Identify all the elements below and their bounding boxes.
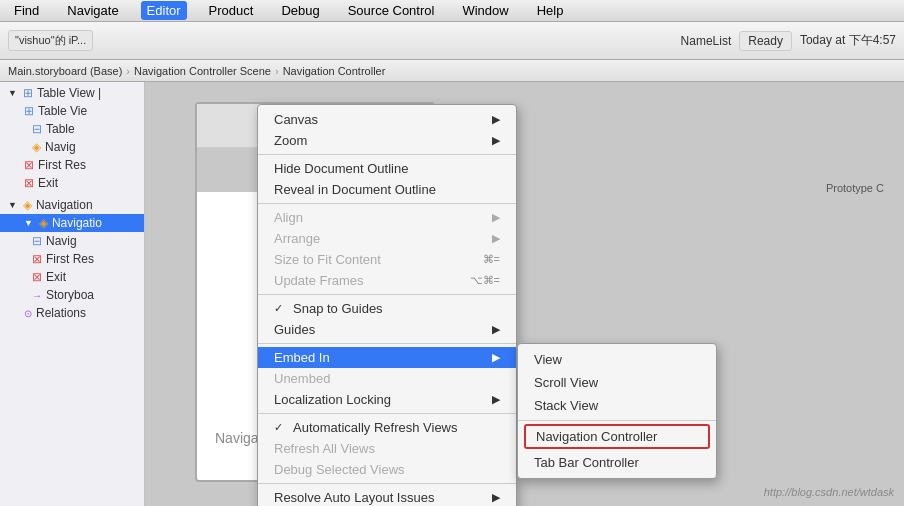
breadcrumb-sep-1: › <box>126 65 130 77</box>
prototype-label: Prototype C <box>826 182 884 194</box>
toolbar-center: NameList Ready Today at 下午4:57 <box>681 31 896 51</box>
menu-editor[interactable]: Editor <box>141 1 187 20</box>
expand-arrow: ▼ <box>8 88 17 98</box>
sidebar-label-table: Table <box>46 122 75 136</box>
menu-item-embed-in[interactable]: Embed In ▶ View Scroll View Stack View <box>258 347 516 368</box>
check-auto-refresh: ✓ <box>274 421 283 434</box>
sidebar-label-navig-child: Navig <box>46 234 77 248</box>
menu-product[interactable]: Product <box>203 1 260 20</box>
sidebar-item-tableviewc[interactable]: ⊞ Table Vie <box>0 102 144 120</box>
table-icon: ⊞ <box>23 86 33 100</box>
menu-bar: Find Navigate Editor Product Debug Sourc… <box>0 0 904 22</box>
submenu-item-view[interactable]: View <box>518 348 716 371</box>
submenu-arrow-zoom: ▶ <box>492 134 500 147</box>
shortcut-update: ⌥⌘= <box>470 274 500 287</box>
menu-label-debug-selected: Debug Selected Views <box>274 462 405 477</box>
menu-debug[interactable]: Debug <box>275 1 325 20</box>
menu-item-resolve-layout[interactable]: Resolve Auto Layout Issues ▶ <box>258 487 516 506</box>
toolbar-left: "vishuo"的 iP... <box>8 30 673 51</box>
toolbar: "vishuo"的 iP... NameList Ready Today at … <box>0 22 904 60</box>
menu-divider-3 <box>258 294 516 295</box>
project-breadcrumb[interactable]: "vishuo"的 iP... <box>8 30 93 51</box>
breadcrumb-path: Main.storyboard (Base) › Navigation Cont… <box>0 60 904 82</box>
submenu-item-tabbar[interactable]: Tab Bar Controller <box>518 451 716 474</box>
story-icon-1: → <box>32 290 42 301</box>
menu-item-debug-selected: Debug Selected Views <box>258 459 516 480</box>
menu-label-auto-refresh: Automatically Refresh Views <box>293 420 458 435</box>
submenu-arrow-resolve: ▶ <box>492 491 500 504</box>
sidebar-item-navcontroller[interactable]: ▼ ◈ Navigation <box>0 196 144 214</box>
sidebar-item-navig-child[interactable]: ⊟ Navig <box>0 232 144 250</box>
editor-menu[interactable]: Canvas ▶ Zoom ▶ Hide Document Outline Re… <box>257 104 517 506</box>
menu-label-snap: Snap to Guides <box>293 301 383 316</box>
submenu-label-stack: Stack View <box>534 398 598 413</box>
exit-icon-3: ⊠ <box>32 252 42 266</box>
submenu-arrow-guides: ▶ <box>492 323 500 336</box>
sidebar-item-table[interactable]: ⊟ Table <box>0 120 144 138</box>
menu-item-guides[interactable]: Guides ▶ <box>258 319 516 340</box>
sidebar-item-exit2[interactable]: ⊠ Exit <box>0 268 144 286</box>
dropdown-overlay: Canvas ▶ Zoom ▶ Hide Document Outline Re… <box>145 142 904 506</box>
menu-item-zoom[interactable]: Zoom ▶ <box>258 130 516 151</box>
submenu-item-nav-controller[interactable]: Navigation Controller <box>526 426 708 447</box>
submenu-label-scroll: Scroll View <box>534 375 598 390</box>
submenu-arrow-arrange: ▶ <box>492 232 500 245</box>
sidebar-label-navigation: Navigation <box>36 198 93 212</box>
menu-help[interactable]: Help <box>531 1 570 20</box>
menu-item-align[interactable]: Align ▶ <box>258 207 516 228</box>
story-icon-2: ⊙ <box>24 308 32 319</box>
menu-window[interactable]: Window <box>456 1 514 20</box>
sidebar-item-firstres1[interactable]: ⊠ First Res <box>0 156 144 174</box>
menu-label-localization: Localization Locking <box>274 392 391 407</box>
sidebar-label-navig1: Navig <box>45 140 76 154</box>
menu-item-auto-refresh[interactable]: ✓ Automatically Refresh Views <box>258 417 516 438</box>
sidebar-item-relations[interactable]: ⊙ Relations <box>0 304 144 322</box>
breadcrumb-part-1[interactable]: Main.storyboard (Base) <box>8 65 122 77</box>
breadcrumb-sep-2: › <box>275 65 279 77</box>
menu-item-canvas[interactable]: Canvas ▶ <box>258 109 516 130</box>
submenu-label-tabbar: Tab Bar Controller <box>534 455 639 470</box>
menu-label-unembed: Unembed <box>274 371 330 386</box>
shortcut-size: ⌘= <box>483 253 500 266</box>
menu-item-snap[interactable]: ✓ Snap to Guides <box>258 298 516 319</box>
menu-item-hide-outline[interactable]: Hide Document Outline <box>258 158 516 179</box>
submenu-arrow-embed: ▶ <box>492 351 500 364</box>
menu-item-arrange[interactable]: Arrange ▶ <box>258 228 516 249</box>
status-ready-badge: Ready <box>739 31 792 51</box>
sidebar-item-storyboard[interactable]: → Storyboa <box>0 286 144 304</box>
breadcrumb-part-2[interactable]: Navigation Controller Scene <box>134 65 271 77</box>
menu-item-unembed: Unembed <box>258 368 516 389</box>
sidebar-label-navig2: Navigatio <box>52 216 102 230</box>
menu-divider-2 <box>258 203 516 204</box>
menu-divider-4 <box>258 343 516 344</box>
menu-item-reveal-outline[interactable]: Reveal in Document Outline <box>258 179 516 200</box>
main-layout: ▼ ⊞ Table View | ⊞ Table Vie ⊟ Table ◈ N… <box>0 82 904 506</box>
submenu-arrow-align: ▶ <box>492 211 500 224</box>
breadcrumb-part-3[interactable]: Navigation Controller <box>283 65 386 77</box>
sidebar-item-exit1[interactable]: ⊠ Exit <box>0 174 144 192</box>
menu-item-size-fit[interactable]: Size to Fit Content ⌘= <box>258 249 516 270</box>
menu-divider-6 <box>258 483 516 484</box>
menu-label-update-frames: Update Frames <box>274 273 364 288</box>
menu-source-control[interactable]: Source Control <box>342 1 441 20</box>
expand-arrow-2: ▼ <box>8 200 17 210</box>
menu-navigate[interactable]: Navigate <box>61 1 124 20</box>
sidebar-item-firstres2[interactable]: ⊠ First Res <box>0 250 144 268</box>
menu-item-update-frames: Update Frames ⌥⌘= <box>258 270 516 291</box>
exit-icon-1: ⊠ <box>24 158 34 172</box>
sidebar-section-tableview: ▼ ⊞ Table View | ⊞ Table Vie ⊟ Table ◈ N… <box>0 82 144 194</box>
submenu-item-stack[interactable]: Stack View <box>518 394 716 417</box>
sidebar-label-firstres2: First Res <box>46 252 94 266</box>
sidebar-item-tableview[interactable]: ▼ ⊞ Table View | <box>0 84 144 102</box>
sidebar: ▼ ⊞ Table View | ⊞ Table Vie ⊟ Table ◈ N… <box>0 82 145 506</box>
sidebar-label-tvc: Table Vie <box>38 104 87 118</box>
nav-controller-highlight-box: Navigation Controller <box>524 424 710 449</box>
sidebar-item-navig1[interactable]: ◈ Navig <box>0 138 144 156</box>
menu-item-localization[interactable]: Localization Locking ▶ <box>258 389 516 410</box>
submenu-item-scroll[interactable]: Scroll View <box>518 371 716 394</box>
menu-label-resolve-layout: Resolve Auto Layout Issues <box>274 490 434 505</box>
sidebar-item-navig-selected[interactable]: ▼ ◈ Navigatio <box>0 214 144 232</box>
menu-find[interactable]: Find <box>8 1 45 20</box>
embed-in-submenu[interactable]: View Scroll View Stack View Navigation C… <box>517 343 717 479</box>
menu-divider-5 <box>258 413 516 414</box>
